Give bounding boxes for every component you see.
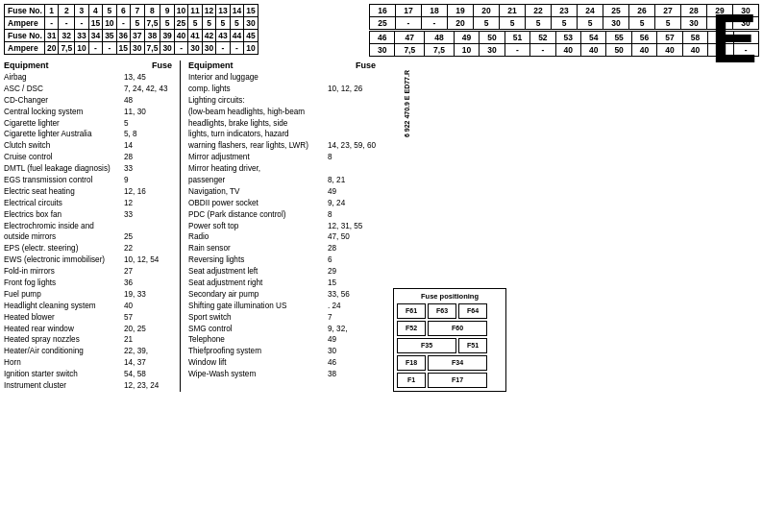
cell: - xyxy=(116,17,130,30)
eq-name: Mirror heating driver, xyxy=(188,163,328,175)
cell: - xyxy=(103,42,116,55)
eq-item: Electrical circuits12 xyxy=(4,198,172,209)
fuse-box-f35: F35 xyxy=(397,338,456,353)
eq-name: Electrochromic inside and xyxy=(4,221,124,232)
eq-name: Mirror adjustment xyxy=(188,152,328,163)
eq-item: Navigation, TV49 xyxy=(188,186,376,198)
cell: 14 xyxy=(230,5,243,17)
cell: 5 xyxy=(629,17,655,30)
eq-item: Heater/Air conditioning22, 39, xyxy=(4,346,172,357)
eq-item: Central locking system11, 30 xyxy=(4,107,172,118)
right-eq-list: Interior and luggage comp. lights10, 12,… xyxy=(188,72,376,380)
cell: 5 xyxy=(131,17,144,30)
eq-item: Cigarette lighter Australia5, 8 xyxy=(4,129,172,140)
eq-item: EGS transmission control9 xyxy=(4,175,172,186)
cell: 12 xyxy=(202,5,215,17)
eq-fuse: 10, 12, 54 xyxy=(124,254,172,266)
cell: 11 xyxy=(188,5,202,17)
cell: - xyxy=(59,17,75,30)
cell: 25 xyxy=(603,5,629,17)
eq-name: lights, turn indicators, hazard xyxy=(188,129,328,140)
eq-fuse: 54, 58 xyxy=(124,369,172,380)
eq-name: Horn xyxy=(4,357,124,369)
cell: 36 xyxy=(116,30,130,42)
cell: 34 xyxy=(88,30,102,42)
eq-item: Cruise control28 xyxy=(4,152,172,163)
eq-item: Mirror adjustment8 xyxy=(188,152,376,163)
eq-item: EPS (electr. steering)22 xyxy=(4,243,172,254)
eq-fuse: 21 xyxy=(124,334,172,346)
cell: 30 xyxy=(244,17,258,30)
eq-fuse xyxy=(124,221,172,232)
cell: 19 xyxy=(448,5,474,17)
eq-fuse: 22, 39, xyxy=(124,346,172,357)
right-fuse-table-bottom: 46474849 50515253 54555657 585960 307,57… xyxy=(369,31,759,57)
cell: 21 xyxy=(500,5,526,17)
right-eq-header: Equipment Fuse xyxy=(188,60,376,70)
cell: 20 xyxy=(474,5,500,17)
eq-fuse: 14, 23, 59, 60 xyxy=(328,140,376,152)
eq-item: Heated blower57 xyxy=(4,312,172,324)
eq-name: Wipe-Wash system xyxy=(188,369,328,380)
cell: 53 xyxy=(555,32,580,44)
cell: 13 xyxy=(216,5,230,17)
eq-fuse: 12, 31, 55 xyxy=(328,221,376,232)
eq-fuse: 8, 21 xyxy=(328,175,376,186)
eq-name: Lighting circuits: xyxy=(188,95,328,107)
fuse-box-f18: F18 xyxy=(397,355,426,371)
eq-fuse: 33, 56 xyxy=(328,289,376,301)
eq-item: lights, turn indicators, hazard xyxy=(188,129,376,140)
cell: 58 xyxy=(682,32,707,44)
eq-name: warning flashers, rear lights, LWR) xyxy=(188,140,328,152)
cell: 3 xyxy=(75,5,88,17)
eq-item: warning flashers, rear lights, LWR)14, 2… xyxy=(188,140,376,152)
eq-name: Heated blower xyxy=(4,312,124,324)
cell: 30 xyxy=(160,42,174,55)
eq-fuse: 12, 23, 24 xyxy=(124,380,172,392)
fuse-box-f60: F60 xyxy=(428,321,487,336)
eq-item: Horn14, 37 xyxy=(4,357,172,369)
cell: 6 xyxy=(116,5,130,17)
eq-name: headlights, brake lights, side xyxy=(188,118,328,130)
cell: 32 xyxy=(59,30,75,42)
eq-name: Cruise control xyxy=(4,152,124,163)
right-sidebar: 6 922 470.9 E ED77.R Fuse positioning F6… xyxy=(382,60,506,392)
ampere-label-2: Ampere xyxy=(5,42,45,55)
cell: 30 xyxy=(131,42,144,55)
cell: 40 xyxy=(174,30,187,42)
eq-name: Instrument cluster xyxy=(4,380,124,392)
eq-name: Power soft top xyxy=(188,221,328,232)
fuse-label-right: Fuse xyxy=(356,60,376,70)
eq-item: passenger8, 21 xyxy=(188,175,376,186)
eq-fuse: 5, 8 xyxy=(124,129,172,140)
cell: 30 xyxy=(370,44,395,57)
cell: 40 xyxy=(631,44,656,57)
cell: - xyxy=(230,42,243,55)
eq-name: (low-beam headlights, high-beam xyxy=(188,107,328,118)
eq-name: Reversing lights xyxy=(188,254,328,266)
eq-name: Fold-in mirrors xyxy=(4,266,124,278)
eq-fuse: 12, 16 xyxy=(124,186,172,198)
eq-name: Secondary air pump xyxy=(188,289,328,301)
eq-fuse: 28 xyxy=(328,243,376,254)
eq-name: Cigarette lighter Australia xyxy=(4,129,124,140)
main-container: Fuse No. 1234 5678 9101112 131415 Ampere… xyxy=(0,0,763,532)
big-e-label: E xyxy=(711,4,757,73)
eq-name: passenger xyxy=(188,175,328,186)
eq-item: Rain sensor28 xyxy=(188,243,376,254)
eq-fuse: 28 xyxy=(124,152,172,163)
cell: 30 xyxy=(603,17,629,30)
cell: 15 xyxy=(244,5,258,17)
eq-fuse: 20, 25 xyxy=(124,324,172,335)
eq-name: DMTL (fuel leakage diagnosis) xyxy=(4,163,124,175)
eq-fuse: 14, 37 xyxy=(124,357,172,369)
eq-fuse: 6 xyxy=(328,254,376,266)
fuse-row-2: F52 F60 xyxy=(397,321,503,336)
fuse-positioning-box: Fuse positioning F61 F63 F64 F52 F60 F35… xyxy=(393,288,506,392)
eq-item: Interior and luggage xyxy=(188,72,376,84)
fuse-no-label-1: Fuse No. xyxy=(5,5,45,17)
cell: 16 xyxy=(370,5,396,17)
eq-item: outside mirrors25 xyxy=(4,231,172,243)
cell: 25 xyxy=(370,17,396,30)
eq-fuse: 14 xyxy=(124,140,172,152)
